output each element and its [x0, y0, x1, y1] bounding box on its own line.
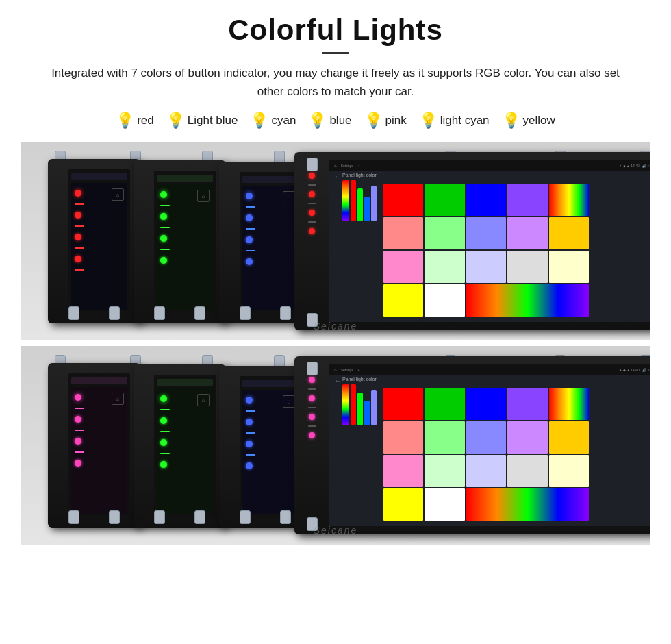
top-screen-1: ⌂: [68, 169, 130, 313]
page-container: Colorful Lights Integrated with 7 colors…: [0, 0, 671, 558]
bot-screen-1: ⌂: [68, 373, 130, 517]
bulb-lightblue-icon: 💡: [166, 112, 185, 129]
brack-b3r: [280, 306, 291, 320]
panel-color-label-top: Panel light color: [342, 173, 377, 177]
brack-b1l: [68, 306, 79, 320]
bulb-cyan-icon: 💡: [250, 112, 268, 129]
bulb-blue-icon: 💡: [308, 112, 327, 129]
main-unit-buttons-top: [300, 173, 324, 310]
color-item-red: 💡 red: [116, 112, 154, 129]
page-title: Colorful Lights: [21, 14, 650, 47]
color-label-pink: pink: [385, 114, 407, 127]
brack-b3l: [240, 306, 251, 320]
main-brack-bl: [307, 313, 318, 327]
color-item-pink: 💡 pink: [364, 112, 407, 129]
color-item-yellow: 💡 yellow: [502, 112, 555, 129]
top-screen-2: ⌂: [154, 171, 216, 313]
color-item-lightcyan: 💡 light cyan: [419, 112, 490, 129]
top-main-unit: ⌂ Settings ✦ ✦ ◆ ▲ 14:40 🔊 ✕ ⬜ ↩ ←: [294, 152, 650, 330]
bot-brack-b1l: [68, 510, 79, 524]
top-showcase-inner: ⌂: [21, 145, 650, 337]
top-side-unit-1: ⌂: [48, 159, 140, 323]
top-screen-3: ⌂: [240, 172, 301, 313]
color-label-blue: blue: [329, 114, 351, 127]
color-item-lightblue: 💡 Light blue: [166, 112, 238, 129]
top-main-screen: ⌂ Settings ✦ ✦ ◆ ▲ 14:40 🔊 ✕ ⬜ ↩ ←: [329, 160, 650, 322]
panel-color-label-bot: Panel light color: [342, 377, 377, 382]
brack-b2l: [154, 306, 165, 320]
brack-b1r: [109, 306, 120, 320]
bot-screen-2: ⌂: [154, 375, 216, 517]
color-label-lightblue: Light blue: [188, 114, 238, 127]
bot-main-brack-tl: [307, 362, 318, 375]
bot-brack-b1r: [109, 510, 120, 524]
color-label-cyan: cyan: [271, 114, 296, 127]
bot-brack-b2r: [194, 510, 205, 524]
top-device-showcase: ⌂: [21, 142, 650, 340]
color-item-cyan: 💡 cyan: [250, 112, 296, 129]
bulb-yellow-icon: 💡: [502, 112, 520, 129]
brack-b2r: [194, 306, 205, 320]
color-label-yellow: yellow: [523, 114, 555, 127]
description-text: Integrated with 7 colors of button indic…: [41, 64, 630, 101]
color-row: 💡 red 💡 Light blue 💡 cyan 💡 blue 💡 pink …: [21, 112, 650, 129]
bulb-pink-icon: 💡: [364, 112, 383, 129]
bot-side-unit-2: ⌂: [134, 364, 226, 528]
bot-brack-b3l: [240, 510, 251, 524]
top-side-unit-2: ⌂: [134, 160, 226, 323]
bot-brack-b3r: [280, 510, 291, 524]
bulb-red-icon: 💡: [116, 112, 134, 129]
bot-brack-b2l: [154, 510, 165, 524]
title-section: Colorful Lights: [21, 14, 650, 54]
bulb-lightcyan-icon: 💡: [419, 112, 438, 129]
main-brack-tl: [307, 158, 318, 171]
bot-side-unit-1: ⌂: [48, 363, 140, 528]
bot-main-unit: ⌂ Settings ✦ ✦ ◆ ▲ 14:40 🔊 ✕ ⬜ ↩ ←: [294, 356, 650, 534]
bottom-device-showcase: ⌂: [21, 346, 650, 545]
title-divider: [322, 52, 349, 54]
bot-main-brack-bl: [307, 517, 318, 531]
bot-main-unit-buttons: [300, 377, 324, 514]
bot-main-screen: ⌂ Settings ✦ ✦ ◆ ▲ 14:40 🔊 ✕ ⬜ ↩ ←: [329, 364, 650, 526]
bottom-showcase-inner: ⌂: [21, 349, 650, 541]
color-label-lightcyan: light cyan: [440, 114, 490, 127]
color-label-red: red: [137, 114, 154, 127]
bot-screen-3: ⌂: [240, 376, 301, 517]
color-item-blue: 💡 blue: [308, 112, 351, 129]
